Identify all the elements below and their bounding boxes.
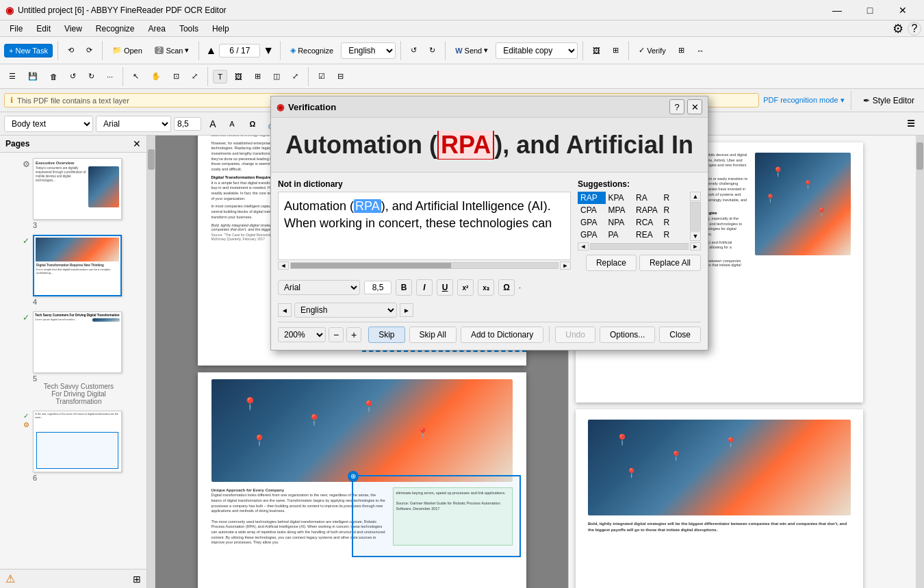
undo-button[interactable]: Undo (555, 327, 595, 343)
dual-view-button[interactable]: ⊞ (608, 43, 624, 57)
pan-tool-button[interactable]: ✋ (146, 69, 166, 84)
verify-button[interactable]: ✓ Verify (634, 43, 671, 57)
page-next-button[interactable]: ▼ (261, 43, 275, 58)
sugg-vscrollbar-track[interactable] (690, 202, 701, 231)
settings-icon[interactable]: ⚙ (888, 21, 908, 36)
verif-hscrollbar[interactable] (290, 262, 559, 269)
verif-lang-next[interactable]: ► (400, 303, 413, 317)
special-chars-button[interactable]: Ω (244, 115, 261, 133)
verif-zoom-select[interactable]: 200% (278, 327, 326, 342)
verif-bold-button[interactable]: B (396, 279, 412, 296)
right-scrollbar[interactable] (916, 136, 924, 588)
sugg-scroll-down[interactable]: ▼ (690, 231, 701, 241)
verif-zoom-minus[interactable]: − (329, 327, 344, 342)
redo-button[interactable]: ↻ (424, 43, 440, 57)
ocr-image-button[interactable]: ⊟ (333, 69, 348, 84)
style-editor-button[interactable]: ✒ Style Editor (858, 94, 920, 107)
verif-close-button[interactable]: ✕ (687, 99, 702, 114)
save-button[interactable]: 💾 (23, 69, 42, 84)
menu-view[interactable]: View (57, 23, 89, 35)
verif-underline-button[interactable]: U (437, 279, 453, 296)
suggestion-ra[interactable]: RA (633, 192, 661, 204)
left-scrollbar[interactable] (147, 136, 155, 588)
suggestion-cpa[interactable]: CPA (578, 204, 606, 216)
text-tool-button[interactable]: T (213, 70, 227, 84)
undo2-button[interactable]: ↺ (65, 69, 81, 84)
page-thumbnail-4[interactable]: ✓ Digital Transformation Requires New Th… (3, 235, 144, 306)
verif-font-select[interactable]: Arial (278, 280, 360, 295)
image-tool-button[interactable]: 🖼 (230, 70, 247, 84)
menu-tools[interactable]: Tools (172, 23, 205, 35)
menu-edit[interactable]: Edit (29, 23, 57, 35)
send-button[interactable]: W Send ▾ (450, 43, 493, 57)
fit-page-button[interactable]: ⊡ (168, 69, 184, 84)
expand2-button[interactable]: ⤢ (287, 69, 303, 84)
sugg-hscroll-left[interactable]: ◄ (578, 242, 589, 251)
more-format-button[interactable]: ☰ (902, 115, 920, 133)
font-name-select[interactable]: Arial (96, 116, 171, 132)
add-to-dict-button[interactable]: Add to Dictionary (461, 327, 543, 343)
font-size-input[interactable] (174, 117, 201, 131)
new-task-button[interactable]: + New Task (4, 44, 53, 57)
page-thumbnail-6[interactable]: ✓ ⚙ In the next, regardless of the sense… (3, 411, 144, 482)
suggestion-gpa[interactable]: GPA (578, 216, 606, 229)
close-verif-button[interactable]: Close (659, 327, 701, 343)
sugg-hscrollbar[interactable] (590, 243, 689, 250)
help-icon[interactable]: ? (908, 22, 921, 36)
delete-button[interactable]: 🗑 (45, 70, 62, 84)
sugg-hscroll-right[interactable]: ► (690, 242, 701, 251)
redo2-button[interactable]: ↻ (84, 69, 99, 84)
menu-file[interactable]: File (3, 23, 29, 35)
verif-size-input[interactable] (364, 281, 392, 294)
verif-scroll-left[interactable]: ◄ (278, 261, 289, 270)
expand-button[interactable]: ⤢ (187, 69, 203, 84)
suggestion-r4[interactable]: R (661, 229, 689, 241)
scan-button[interactable]: 2 Scan ▾ (150, 43, 194, 57)
page-thumbnail-5[interactable]: ✓ Tech Savvy Customers For Driving Digit… (3, 311, 144, 405)
undo-button[interactable]: ↺ (406, 43, 422, 57)
verif-lang-prev[interactable]: ◄ (278, 303, 292, 317)
background-tool-button[interactable]: ◫ (268, 69, 285, 84)
close-pages-button[interactable]: ✕ (133, 138, 141, 149)
verif-zoom-plus[interactable]: + (346, 327, 361, 342)
verif-subscript-button[interactable]: x₂ (478, 279, 494, 296)
select-tool-button[interactable]: ↖ (128, 69, 144, 84)
zoom-fit-button[interactable]: ⊞ (673, 43, 689, 57)
suggestion-r1[interactable]: R (661, 192, 689, 204)
open-button[interactable]: 📁 Open (107, 43, 147, 57)
recognize-button[interactable]: ◈ Recognize (285, 43, 338, 57)
minimize-button[interactable]: — (821, 0, 853, 21)
pages-view-button[interactable]: ☰ (4, 69, 21, 84)
rotate-left-button[interactable]: ⟲ (63, 43, 79, 57)
suggestion-rea[interactable]: REA (633, 229, 661, 241)
suggestion-pa[interactable]: PA (606, 229, 634, 241)
replace-button[interactable]: Replace (586, 255, 637, 271)
ocr-select-button[interactable]: ☑ (313, 69, 330, 84)
options-button[interactable]: Options... (600, 327, 655, 343)
verif-italic-button[interactable]: I (416, 279, 433, 296)
verif-superscript-button[interactable]: x² (457, 279, 474, 296)
table-tool-button[interactable]: ⊞ (250, 69, 266, 84)
verif-special-chars-button[interactable]: Ω (498, 279, 515, 296)
rotate-right-button[interactable]: ⟳ (81, 43, 97, 57)
verif-lang-select[interactable]: English (294, 303, 397, 318)
verif-text-area[interactable]: Automation (RPA), and Artificial Intelli… (278, 192, 571, 260)
skip-button[interactable]: Skip (368, 327, 405, 343)
suggestion-npa[interactable]: NPA (606, 216, 634, 229)
suggestion-mpa[interactable]: MPA (606, 204, 634, 216)
suggestion-rap[interactable]: RAP (578, 192, 606, 204)
menu-help[interactable]: Help (205, 23, 236, 35)
pdf-mode-label[interactable]: PDF recognition mode ▾ (763, 96, 845, 105)
menu-recognize[interactable]: Recognize (89, 23, 142, 35)
font-size-decrease-button[interactable]: A (223, 115, 241, 133)
zoom-width-button[interactable]: ↔ (692, 44, 709, 57)
skip-all-button[interactable]: Skip All (409, 327, 457, 343)
suggestion-rca[interactable]: RCA (633, 216, 661, 229)
suggestion-kpa[interactable]: KPA (606, 192, 634, 204)
pages-grid-icon[interactable]: ⊞ (133, 574, 141, 585)
page-prev-button[interactable]: ▲ (204, 43, 218, 58)
replace-all-button[interactable]: Replace All (639, 255, 701, 271)
language-select[interactable]: English (341, 42, 396, 59)
suggestion-r3[interactable]: R (661, 216, 689, 229)
close-button[interactable]: ✕ (887, 0, 919, 21)
